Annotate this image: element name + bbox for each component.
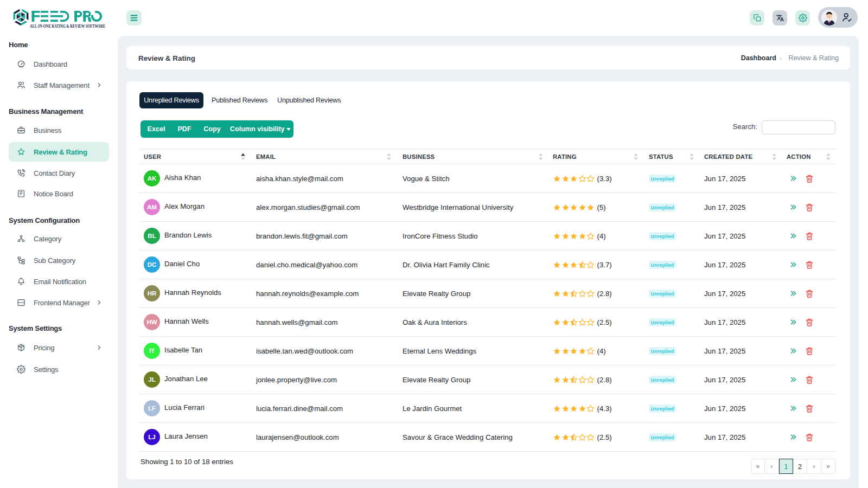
svg-text:ALL-IN-ONE RATING & REVIEW SOF: ALL-IN-ONE RATING & REVIEW SOFTWARE [30,24,105,29]
